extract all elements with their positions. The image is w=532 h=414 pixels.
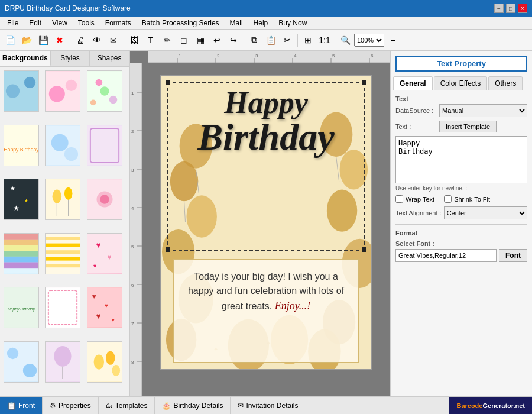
insert-template-btn[interactable]: Insert Template [439,121,497,132]
message-text: Today is your big day! I wish you a happ… [183,270,349,314]
left-panel-tabs: Backgrounds Styles Shapes [0,51,129,67]
thumb-8[interactable] [45,179,80,220]
tab-properties[interactable]: ⚙ Properties [43,397,99,414]
window-controls[interactable]: − □ × [494,4,527,13]
thumb-16[interactable] [4,341,39,383]
tb-undo[interactable]: ↩ [209,33,225,48]
thumb-1[interactable] [4,70,39,112]
tb-print[interactable]: 🖨 [73,33,88,48]
text-field-row: Text : Insert Template [395,121,527,132]
barcode-badge: BarcodeGenerator.net [449,397,532,414]
tb-email[interactable]: ✉ [106,33,121,48]
app-title: DRPU Birthday Card Designer Software [5,4,131,12]
alignment-label: Text Alignment : [395,209,442,216]
svg-point-15 [64,147,78,160]
wrap-text-checkbox[interactable] [395,195,403,203]
datasource-label: DataSource : [395,107,437,114]
menu-file[interactable]: File [2,18,23,28]
svg-point-108 [327,189,357,231]
thumb-12[interactable]: ♥ ♥ ♥ [87,233,122,274]
tb-image[interactable]: 🖼 [126,33,142,48]
happy-birthday-text[interactable]: Happy Birthday [161,88,371,156]
tab-others[interactable]: Others [488,76,523,90]
card-container: ✦ ✦ ★ ✦ Happy Birthday [160,75,372,370]
svg-point-4 [49,86,65,102]
tab-birthday-details[interactable]: 🎂 Birthday Details [155,397,231,414]
thumb-4[interactable]: Happy Birthday [4,125,39,166]
thumb-17[interactable] [45,341,80,383]
svg-point-7 [100,86,109,95]
tab-invitation-details[interactable]: ✉ Invitation Details [231,397,306,414]
text-content-area[interactable]: Happy Birthday [395,136,527,183]
datasource-select[interactable]: Manual From File Database [439,104,527,117]
tb-barcode[interactable]: ▦ [193,33,208,48]
tab-backgrounds[interactable]: Backgrounds [0,51,51,66]
tab-templates[interactable]: 🗂 Templates [99,397,155,414]
svg-text:7: 7 [131,321,134,326]
zoom-select[interactable]: 50% 75% 100% 125% 150% [354,34,384,47]
thumb-5[interactable] [45,125,80,166]
text-field-label: Text : [395,123,437,130]
thumb-2[interactable] [45,70,80,112]
font-button[interactable]: Font [499,249,527,262]
tab-shapes[interactable]: Shapes [90,51,129,66]
tb-redo[interactable]: ↪ [226,33,241,48]
close-btn[interactable]: × [518,4,527,13]
tab-color-effects[interactable]: Color Effects [434,76,487,90]
tb-grid[interactable]: ⊞ [300,33,316,48]
menu-batch[interactable]: Batch Processing Series [137,18,224,28]
tb-close[interactable]: ✖ [52,33,67,48]
menubar: File Edit View Tools Formats Batch Proce… [0,17,532,30]
tb-cut[interactable]: ✂ [280,33,295,48]
thumb-10[interactable] [4,233,39,274]
shrink-fit-option: Shrink To Fit [444,195,490,203]
thumb-7[interactable]: ★★★ [4,179,39,220]
tb-zoom-in[interactable]: 🔍 [338,33,353,48]
thumb-13[interactable]: Happy Birthday [4,287,39,328]
tb-save[interactable]: 💾 [35,33,51,48]
invitation-icon: ✉ [238,402,244,410]
thumb-6[interactable] [87,125,122,166]
menu-edit[interactable]: Edit [24,18,46,28]
maximize-btn[interactable]: □ [506,4,515,13]
right-panel: Text Property General Color Effects Othe… [390,51,532,396]
menu-buynow[interactable]: Buy Now [274,18,312,28]
tb-open[interactable]: 📂 [19,33,34,48]
tb-new[interactable]: 📄 [2,33,18,48]
minimize-btn[interactable]: − [494,4,504,13]
menu-mail[interactable]: Mail [225,18,248,28]
tab-templates-label: Templates [115,402,148,410]
tb-paste[interactable]: 📋 [263,33,278,48]
tab-general[interactable]: General [393,76,433,90]
thumb-3[interactable] [87,70,122,112]
birthday-card[interactable]: ✦ ✦ ★ ✦ Happy Birthday [160,75,372,370]
svg-text:1: 1 [179,53,181,59]
thumb-18[interactable] [87,341,122,383]
tb-text[interactable]: T [143,33,158,48]
tab-front[interactable]: 📋 Front [0,397,43,414]
thumb-9[interactable] [87,179,122,220]
tb-zoom-out[interactable]: − [385,33,401,48]
tb-shape[interactable]: ◻ [176,33,192,48]
text-section: Text DataSource : Manual From File Datab… [395,95,527,219]
canvas-area: 1 2 3 4 5 6 7 1 2 [130,51,390,396]
wrap-text-label: Wrap Text [406,196,434,203]
tab-styles[interactable]: Styles [51,51,90,66]
shrink-fit-checkbox[interactable] [444,195,452,203]
message-main: Today is your big day! I wish you a happ… [188,271,344,311]
tb-ratio[interactable]: 1:1 [317,33,332,48]
tb-copy[interactable]: ⧉ [246,33,262,48]
thumb-14[interactable] [45,287,80,328]
menu-formats[interactable]: Formats [100,18,136,28]
menu-view[interactable]: View [47,18,72,28]
thumb-11[interactable] [45,233,80,274]
alignment-select[interactable]: Left Center Right Justify [444,206,527,219]
tb-draw[interactable]: ✏ [160,33,175,48]
menu-tools[interactable]: Tools [73,18,99,28]
tb-preview[interactable]: 👁 [89,33,105,48]
thumb-15[interactable]: ♥ ♥ ♥ ♥ [87,287,122,328]
barcode-domain: Generator.net [482,402,525,409]
font-input[interactable] [395,249,497,262]
svg-point-1 [6,84,20,98]
menu-help[interactable]: Help [249,18,273,28]
